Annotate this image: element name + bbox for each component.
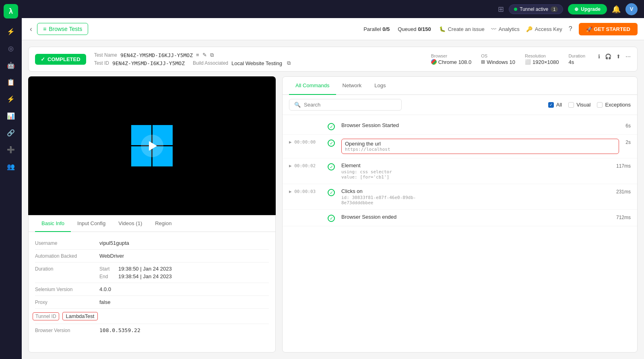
browse-tests-button[interactable]: ≡ Browse Tests — [37, 23, 88, 35]
test-info-bar: ✓ COMPLETED Test Name 9EN4Z-YMSMD-I6KJJ-… — [28, 47, 638, 72]
search-icon: 🔍 — [294, 102, 301, 108]
cmd-duration: 712ms — [616, 214, 631, 220]
nav-actions: 🐛 Create an issue 〰 Analytics 🔑 Access K… — [439, 23, 638, 35]
info-row-proxy: Proxy false — [35, 296, 269, 309]
search-input[interactable] — [304, 102, 396, 108]
cmd-duration: 231ms — [616, 188, 631, 195]
left-panel: Basic Info Input Config Videos (1) Regio… — [28, 76, 276, 353]
commands-tabs: All Commands Network Logs — [283, 77, 637, 95]
command-item[interactable]: ✓ Browser Session Started 6s — [283, 118, 637, 135]
edit-icon[interactable]: ✎ — [202, 52, 207, 58]
command-item[interactable]: ▶ 00:00:00 ✓ Opening the url https://loc… — [283, 135, 637, 158]
tab-input-config[interactable]: Input Config — [71, 215, 112, 232]
command-item[interactable]: ✓ Browser Session ended 712ms — [283, 210, 637, 226]
tab-network[interactable]: Network — [336, 77, 368, 95]
sidebar-icon-integrations[interactable]: 🔗 — [4, 125, 18, 140]
sidebar-icon-visual[interactable]: 📋 — [4, 75, 18, 89]
tunnel-status-dot — [514, 8, 517, 11]
analytics-icon: 〰 — [491, 26, 496, 32]
cmd-info: Browser Session Started — [341, 122, 619, 128]
key-icon: 🔑 — [526, 26, 533, 32]
duration-section: Start 19:38:50 | Jan 24 2023 End 19:38:5… — [99, 266, 172, 279]
command-item[interactable]: ▶ 00:00:02 ✓ Element using: css selector… — [283, 158, 637, 184]
help-button[interactable]: ? — [569, 25, 572, 33]
access-key-button[interactable]: 🔑 Access Key — [526, 26, 562, 32]
sidebar-icon-lightning[interactable]: ⚡ — [4, 92, 18, 106]
chrome-icon — [431, 59, 437, 65]
copy-icon[interactable]: ⧉ — [210, 52, 214, 58]
test-meta: Test Name 9EN4Z-YMSMD-I6KJJ-Y5MOZ ≡ ✎ ⧉ … — [94, 52, 423, 66]
tab-videos[interactable]: Videos (1) — [112, 215, 149, 232]
success-icon: ✓ — [328, 123, 335, 130]
headphones-icon[interactable]: 🎧 — [605, 53, 611, 65]
info-row-browser-version: Browser Version 108.0.5359.22 — [35, 324, 269, 336]
back-button[interactable]: ‹ — [28, 23, 34, 35]
filter-all[interactable]: ✓ All — [548, 102, 562, 108]
tunnel-label: Tunnel active — [520, 6, 548, 12]
top-actions: ℹ 🎧 ⬆ ⋯ — [598, 53, 631, 65]
sidebar: λ ⚡ ◎ 🤖 📋 ⚡ 📊 🔗 ➕ 👥 — [0, 0, 22, 359]
sidebar-icon-analytics[interactable]: 📊 — [4, 109, 18, 123]
get-started-button[interactable]: 🚀 GET STARTED — [579, 23, 638, 35]
cmd-duration: 117ms — [616, 162, 631, 169]
info-icon[interactable]: ℹ — [598, 53, 600, 65]
tab-basic-info[interactable]: Basic Info — [35, 215, 71, 232]
cmd-timestamp: ▶ 00:00:02 — [289, 162, 321, 168]
share-icon[interactable]: ⬆ — [616, 53, 621, 65]
search-box[interactable]: 🔍 — [289, 99, 402, 111]
info-panel: Basic Info Input Config Videos (1) Regio… — [28, 215, 276, 353]
exceptions-checkbox[interactable] — [597, 102, 603, 108]
video-container[interactable] — [28, 76, 276, 215]
more-icon[interactable]: ⋯ — [625, 53, 631, 65]
play-button[interactable] — [141, 135, 163, 157]
grid-icon[interactable]: ⊞ — [498, 5, 504, 14]
visual-checkbox[interactable] — [568, 102, 574, 108]
sidebar-icon-team[interactable]: 👥 — [4, 159, 18, 174]
subnav: ‹ ≡ Browse Tests Parallel 0/5 Queued 0/1… — [22, 18, 644, 40]
all-checkbox[interactable]: ✓ — [548, 102, 554, 108]
cmd-status: ✓ — [328, 214, 335, 222]
cmd-highlight-box: Opening the url https://localhost — [341, 139, 619, 154]
analytics-button[interactable]: 〰 Analytics — [491, 26, 520, 32]
browser-info-os: OS ⊞ Windows 10 — [481, 53, 515, 65]
filter-section: ✓ All Visual Exceptions — [548, 102, 631, 108]
sidebar-icon-realtime[interactable]: ◎ — [4, 41, 18, 55]
check-icon: ✓ — [41, 56, 45, 62]
command-item[interactable]: ▶ 00:00:03 ✓ Clicks on id: 30833f81-e87f… — [283, 184, 637, 210]
cmd-info: Element using: css selectorvalue: [for='… — [341, 162, 610, 180]
upgrade-button[interactable]: ⊕ Upgrade — [568, 4, 607, 14]
create-issue-button[interactable]: 🐛 Create an issue — [439, 26, 485, 32]
cmd-timestamp — [289, 122, 321, 123]
cmd-status: ✓ — [328, 188, 335, 196]
filter-visual[interactable]: Visual — [568, 102, 590, 108]
cmd-status: ✓ — [328, 139, 335, 147]
info-row-selenium: Selenium Version 4.0.0 — [35, 283, 269, 296]
sidebar-icon-automation[interactable]: 🤖 — [4, 58, 18, 72]
copy-build-icon[interactable]: ⧉ — [287, 60, 291, 66]
browser-info-duration: Duration 4s — [568, 53, 585, 65]
info-row-username: Username vipul51gupta — [35, 237, 269, 250]
test-name-row: Test Name 9EN4Z-YMSMD-I6KJJ-Y5MOZ ≡ ✎ ⧉ — [94, 52, 423, 58]
cmd-timestamp — [289, 214, 321, 215]
tab-region[interactable]: Region — [149, 215, 178, 232]
tab-logs[interactable]: Logs — [368, 77, 392, 95]
notifications-icon[interactable]: 🔔 — [612, 5, 621, 14]
user-avatar[interactable]: V — [625, 3, 638, 15]
cmd-duration: 2s — [625, 139, 631, 145]
list-icon[interactable]: ≡ — [196, 52, 199, 58]
tab-all-commands[interactable]: All Commands — [289, 77, 336, 95]
cmd-timestamp: ▶ 00:00:00 — [289, 139, 321, 145]
sidebar-logo[interactable]: λ — [4, 4, 18, 18]
sidebar-icon-home[interactable]: ⚡ — [4, 24, 18, 39]
topnav: ⊞ Tunnel active 1 ⊕ Upgrade 🔔 V — [22, 0, 644, 18]
sidebar-icon-plus[interactable]: ➕ — [4, 142, 18, 157]
filter-exceptions[interactable]: Exceptions — [597, 102, 631, 108]
cmd-status: ✓ — [328, 122, 335, 130]
parallel-label: Parallel 0/5 — [363, 26, 390, 32]
panels: Basic Info Input Config Videos (1) Regio… — [28, 76, 638, 353]
main-area: ⊞ Tunnel active 1 ⊕ Upgrade 🔔 V ‹ ≡ Brow… — [22, 0, 644, 359]
cmd-info: Clicks on id: 30833f81-e87f-46e0-89db-8e… — [341, 188, 610, 205]
tunnel-badge[interactable]: Tunnel active 1 — [509, 4, 563, 14]
browse-tests-icon: ≡ — [43, 26, 46, 32]
play-icon — [149, 141, 157, 151]
